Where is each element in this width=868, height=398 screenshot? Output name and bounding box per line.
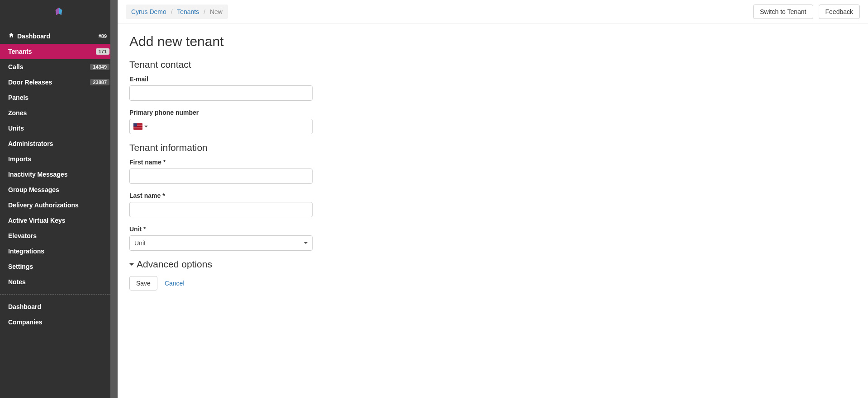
breadcrumb-current: New: [210, 8, 223, 15]
sidebar-item-integrations[interactable]: Integrations: [0, 243, 118, 259]
switch-to-tenant-button[interactable]: Switch to Tenant: [753, 5, 813, 19]
last-name-field[interactable]: [129, 202, 313, 217]
unit-label: Unit *: [129, 225, 313, 233]
sidebar-item-label: Notes: [8, 278, 26, 286]
sidebar-item-label: Integrations: [8, 248, 44, 255]
sidebar-item-label: Administrators: [8, 140, 53, 147]
sidebar-item-label: Zones: [8, 109, 27, 117]
sidebar-item-notes[interactable]: Notes: [0, 274, 118, 290]
form-group-email: E-mail: [129, 75, 313, 101]
sidebar-item-label: Elevators: [8, 232, 37, 239]
sidebar-item-elevators[interactable]: Elevators: [0, 228, 118, 243]
sidebar: Dashboard #89 Tenants 171 Calls 14349 Do…: [0, 0, 118, 398]
sidebar-item-label: Units: [8, 125, 24, 132]
sidebar-item-label: Tenants: [8, 48, 32, 55]
section-tenant-info: Tenant information: [129, 142, 432, 153]
sidebar-item-calls[interactable]: Calls 14349: [0, 59, 118, 75]
sidebar-badge: #89: [96, 33, 109, 39]
phone-input-wrap: [129, 119, 313, 134]
first-name-label: First name *: [129, 159, 313, 166]
sidebar-item-zones[interactable]: Zones: [0, 105, 118, 121]
chevron-down-icon: [144, 126, 148, 127]
form-group-unit: Unit * Unit: [129, 225, 313, 251]
breadcrumb: Cyrus Demo / Tenants / New: [126, 5, 228, 19]
sidebar-item-imports[interactable]: Imports: [0, 151, 118, 167]
sidebar-item-dashboard-secondary[interactable]: Dashboard: [0, 299, 118, 314]
unit-select-value: Unit: [134, 239, 146, 247]
first-name-field[interactable]: [129, 169, 313, 184]
form-group-phone: Primary phone number: [129, 109, 313, 134]
last-name-label: Last name *: [129, 192, 313, 199]
breadcrumb-separator: /: [201, 8, 208, 15]
sidebar-item-settings[interactable]: Settings: [0, 259, 118, 274]
sidebar-item-inactivity-messages[interactable]: Inactivity Messages: [0, 167, 118, 182]
sidebar-badge: 171: [96, 48, 109, 55]
feedback-button[interactable]: Feedback: [819, 5, 860, 19]
sidebar-item-delivery-authorizations[interactable]: Delivery Authorizations: [0, 197, 118, 213]
sidebar-item-dashboard[interactable]: Dashboard #89: [0, 28, 118, 44]
form-actions: Save Cancel: [129, 276, 432, 290]
sidebar-item-label: Companies: [8, 318, 42, 326]
page-title: Add new tenant: [129, 34, 432, 49]
sidebar-item-active-virtual-keys[interactable]: Active Virtual Keys: [0, 213, 118, 228]
chevron-down-icon: [304, 242, 308, 244]
breadcrumb-separator: /: [168, 8, 175, 15]
flag-us-icon: [133, 123, 142, 130]
sidebar-item-label: Settings: [8, 263, 33, 270]
email-field[interactable]: [129, 85, 313, 101]
sidebar-item-group-messages[interactable]: Group Messages: [0, 182, 118, 197]
sidebar-item-label: Group Messages: [8, 186, 59, 193]
sidebar-item-panels[interactable]: Panels: [0, 90, 118, 105]
main: Cyrus Demo / Tenants / New Switch to Ten…: [118, 0, 868, 398]
top-buttons: Switch to Tenant Feedback: [753, 5, 860, 19]
sidebar-item-label: Inactivity Messages: [8, 171, 68, 178]
save-button[interactable]: Save: [129, 276, 157, 290]
breadcrumb-parent[interactable]: Tenants: [177, 8, 199, 15]
unit-select[interactable]: Unit: [129, 235, 313, 251]
sidebar-badge: 23887: [90, 79, 109, 85]
nav-primary: Dashboard #89 Tenants 171 Calls 14349 Do…: [0, 24, 118, 330]
sidebar-item-label: Dashboard: [17, 33, 50, 40]
sidebar-item-tenants[interactable]: Tenants 171: [0, 44, 118, 59]
sidebar-item-door-releases[interactable]: Door Releases 23887: [0, 75, 118, 90]
sidebar-separator: [0, 294, 118, 295]
phone-label: Primary phone number: [129, 109, 313, 116]
sidebar-badge: 14349: [90, 64, 109, 70]
sidebar-item-label: Imports: [8, 155, 31, 163]
country-code-selector[interactable]: [130, 119, 152, 134]
content: Add new tenant Tenant contact E-mail Pri…: [118, 24, 443, 300]
sidebar-item-label: Dashboard: [8, 303, 41, 310]
sidebar-item-label: Calls: [8, 63, 23, 70]
sidebar-item-companies[interactable]: Companies: [0, 314, 118, 330]
logo-bar: [0, 0, 118, 24]
sidebar-item-label: Panels: [8, 94, 28, 101]
form-group-last-name: Last name *: [129, 192, 313, 217]
topbar: Cyrus Demo / Tenants / New Switch to Ten…: [118, 0, 868, 24]
form-group-first-name: First name *: [129, 159, 313, 184]
cancel-link[interactable]: Cancel: [165, 280, 185, 287]
advanced-options-toggle[interactable]: Advanced options: [129, 259, 432, 270]
sidebar-item-label: Door Releases: [8, 79, 52, 86]
caret-down-icon: [129, 263, 134, 266]
sidebar-item-label: Active Virtual Keys: [8, 217, 66, 224]
breadcrumb-root[interactable]: Cyrus Demo: [131, 8, 166, 15]
email-label: E-mail: [129, 75, 313, 83]
advanced-options-label: Advanced options: [137, 259, 212, 270]
sidebar-item-units[interactable]: Units: [0, 121, 118, 136]
section-tenant-contact: Tenant contact: [129, 59, 432, 70]
home-icon: [8, 32, 14, 40]
sidebar-item-administrators[interactable]: Administrators: [0, 136, 118, 151]
app-logo-icon: [54, 7, 64, 18]
sidebar-scrollbar[interactable]: [110, 0, 118, 398]
phone-field[interactable]: [152, 119, 312, 134]
sidebar-item-label: Delivery Authorizations: [8, 201, 79, 209]
